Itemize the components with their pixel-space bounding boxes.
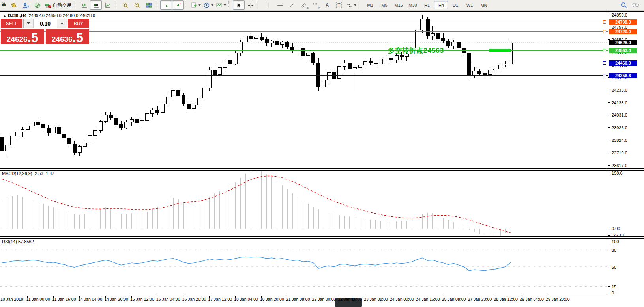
price-tick-label: 23719.0 bbox=[612, 151, 627, 155]
autotrading-label: 自动交易 bbox=[52, 2, 71, 9]
text-tool-button[interactable]: A bbox=[321, 0, 333, 10]
timeframe-button-h4[interactable]: H4 bbox=[434, 1, 448, 9]
periods-button[interactable] bbox=[202, 0, 215, 10]
date-label: 14 Jan 20:00 bbox=[104, 297, 128, 301]
autotrading-button[interactable]: 自动交易 bbox=[43, 0, 73, 10]
template-icon bbox=[216, 2, 223, 9]
user-icon bbox=[22, 2, 29, 9]
pane-splitter[interactable] bbox=[0, 168, 644, 171]
zoom-out-button[interactable] bbox=[131, 0, 143, 10]
date-label: 28 Jan 12:00 bbox=[494, 297, 518, 301]
fibonacci-tool-button[interactable]: F bbox=[309, 0, 321, 10]
new-order-button[interactable]: 单 bbox=[1, 2, 7, 9]
volume-decrease-button[interactable] bbox=[24, 19, 34, 28]
timeframe-button-m15[interactable]: M15 bbox=[391, 1, 406, 9]
toolbar-right-icons bbox=[618, 0, 642, 10]
price-scale[interactable]: 24859.024757.024652.024547.024445.024340… bbox=[608, 11, 644, 307]
date-label: 18 Jan 04:00 bbox=[234, 297, 258, 301]
rsi-scale-label: 15 bbox=[612, 285, 616, 289]
volume-input[interactable]: 0.10 bbox=[34, 19, 57, 28]
volume-increase-button[interactable] bbox=[57, 19, 67, 28]
timeframe-button-m5[interactable]: M5 bbox=[377, 1, 391, 9]
candlestick-icon bbox=[93, 2, 99, 9]
price-tick-label: 24133.0 bbox=[612, 100, 627, 105]
channel-tool-button[interactable]: E bbox=[298, 0, 309, 10]
journal-icon bbox=[10, 2, 17, 9]
bar-chart-button[interactable] bbox=[78, 0, 90, 10]
date-label: 24 Jan 00:00 bbox=[390, 297, 414, 301]
macd-indicator-label: MACD(12,26,9) -2.53 -1.47 bbox=[2, 171, 54, 176]
cursor-icon bbox=[236, 2, 242, 9]
sell-price[interactable]: 24626.5 bbox=[1, 29, 44, 44]
chevron-down-icon bbox=[198, 4, 201, 6]
trendline-tool-button[interactable] bbox=[286, 0, 298, 10]
triangle-down-icon bbox=[27, 22, 30, 24]
timeframe-button-m30[interactable]: M30 bbox=[406, 1, 420, 9]
crosshair-button[interactable] bbox=[245, 0, 256, 10]
label-tool-button[interactable]: T bbox=[333, 0, 345, 10]
templates-button[interactable] bbox=[215, 0, 227, 10]
timeframe-button-m1[interactable]: M1 bbox=[363, 1, 377, 9]
price-level-tag: 24460.0 bbox=[609, 60, 637, 66]
price-tick-label: 23824.0 bbox=[612, 138, 627, 143]
buy-button[interactable]: BUY bbox=[68, 19, 89, 28]
date-label: 22 Jan 16:00 bbox=[338, 297, 362, 301]
collapse-arrow-icon[interactable]: ▲ bbox=[3, 14, 6, 18]
cursor-button[interactable] bbox=[233, 0, 245, 10]
autoscroll-button[interactable] bbox=[160, 0, 172, 10]
chart-text-annotation[interactable]: 多空转折点24563 bbox=[388, 46, 444, 55]
vertical-line-icon bbox=[265, 2, 271, 9]
price-tick-label: 23617.0 bbox=[612, 163, 627, 168]
price-tick-label: 24859.0 bbox=[612, 13, 627, 17]
chart-region[interactable]: ▲DJ30-,H424492.0 24656.0 24480.0 24628.0… bbox=[0, 11, 644, 307]
tile-windows-button[interactable] bbox=[143, 0, 155, 10]
search-icon bbox=[620, 2, 627, 9]
chart-shift-button[interactable] bbox=[172, 0, 184, 10]
fibonacci-sub-label: F bbox=[318, 6, 320, 9]
line-chart-button[interactable] bbox=[102, 0, 114, 10]
arrows-tool-button[interactable] bbox=[345, 0, 358, 10]
toolbar-separator bbox=[115, 1, 118, 9]
chevron-down-icon bbox=[354, 4, 356, 6]
search-button[interactable] bbox=[618, 0, 630, 10]
zoom-out-icon bbox=[134, 2, 140, 9]
date-label: 16 Jan 20:00 bbox=[182, 297, 206, 301]
timeframe-button-w1[interactable]: W1 bbox=[462, 1, 477, 9]
pane-splitter[interactable] bbox=[0, 236, 644, 239]
channel-sub-label: E bbox=[307, 6, 309, 9]
price-level-tag: 24798.3 bbox=[609, 19, 637, 25]
indicators-icon bbox=[191, 2, 197, 9]
line-chart-icon bbox=[105, 2, 111, 9]
time-scale[interactable]: 10 Jan 201911 Jan 00:0011 Jan 16:0014 Ja… bbox=[0, 297, 608, 303]
date-label: 14 Jan 04:00 bbox=[78, 297, 102, 301]
macd-scale-label: 198.6 bbox=[612, 171, 623, 175]
chart-canvas[interactable] bbox=[0, 11, 644, 307]
hline-tool-button[interactable] bbox=[274, 0, 286, 10]
sell-price-main: 24626 bbox=[7, 35, 28, 43]
toolbar-separator bbox=[359, 1, 361, 9]
date-label: 16 Jan 04:00 bbox=[156, 297, 180, 301]
price-tick-label: 23926.0 bbox=[612, 125, 627, 130]
timeframe-button-h1[interactable]: H1 bbox=[420, 1, 434, 9]
one-click-trading-panel: SELL 0.10 BUY 24626.5 24636.5 bbox=[1, 19, 89, 44]
text-label-icon: T bbox=[336, 2, 341, 8]
chat-button[interactable] bbox=[630, 0, 642, 10]
journal-button[interactable] bbox=[7, 0, 19, 10]
sell-button[interactable]: SELL bbox=[1, 19, 22, 28]
buy-price[interactable]: 24636.5 bbox=[46, 29, 89, 44]
quote-line: ▲DJ30-,H424492.0 24656.0 24480.0 24628.0 bbox=[3, 13, 95, 18]
trendline-icon bbox=[288, 2, 295, 9]
chat-icon bbox=[632, 2, 640, 9]
vline-tool-button[interactable] bbox=[262, 0, 274, 10]
ohlc-values: 24492.0 24656.0 24480.0 24628.0 bbox=[29, 13, 95, 18]
toolbar: 单 自动交易 bbox=[0, 0, 644, 11]
signal-button[interactable] bbox=[31, 0, 43, 10]
timeframe-button-d1[interactable]: D1 bbox=[448, 1, 462, 9]
candlestick-chart-button[interactable] bbox=[90, 0, 102, 10]
tile-windows-icon bbox=[146, 2, 152, 9]
zoom-in-button[interactable] bbox=[119, 0, 131, 10]
indicators-button[interactable] bbox=[189, 0, 202, 10]
timeframe-button-mn[interactable]: MN bbox=[477, 1, 491, 9]
fibonacci-icon bbox=[312, 2, 319, 9]
profile-button[interactable] bbox=[19, 0, 31, 10]
